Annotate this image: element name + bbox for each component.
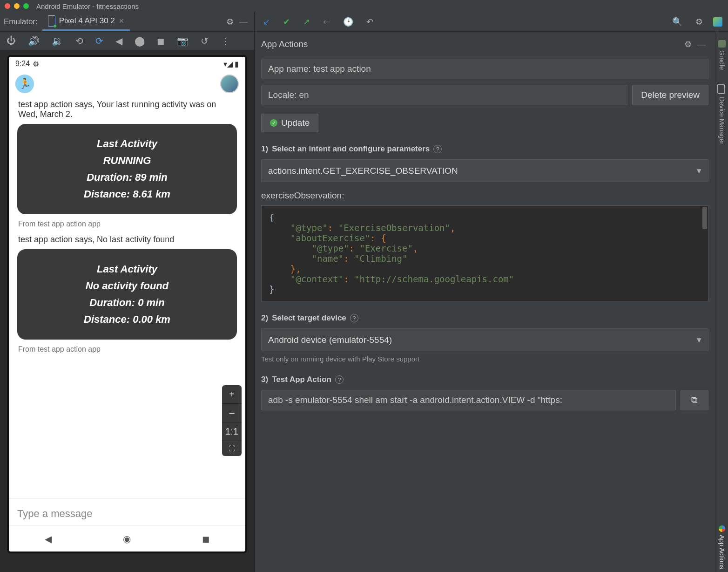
assistant-icon xyxy=(719,525,725,532)
avatar[interactable] xyxy=(220,75,239,93)
device-screen[interactable]: 9:24 ⚙ ▾◢ ▮ 🏃 test app action says, Your… xyxy=(7,55,247,553)
status-time: 9:24 xyxy=(15,60,30,68)
wifi-icon: ▾◢ xyxy=(223,60,233,68)
device-select[interactable]: Android device (emulator-5554) ▾ xyxy=(261,328,708,351)
close-window-button[interactable] xyxy=(5,3,10,9)
activity-card-1[interactable]: Last Activity RUNNING Duration: 89 min D… xyxy=(17,124,237,214)
message-input[interactable]: Type a message xyxy=(9,498,245,525)
minimize-icon[interactable]: — xyxy=(236,15,250,28)
adb-command-field[interactable]: adb -s emulator-5554 shell am start -a a… xyxy=(261,390,676,410)
scrollbar-thumb[interactable] xyxy=(702,207,707,229)
device-manager-tab-label: Device Manager xyxy=(718,97,726,144)
status-bar: 9:24 ⚙ ▾◢ ▮ xyxy=(9,57,245,71)
nav-home-icon[interactable]: ◉ xyxy=(123,533,131,545)
step3-prefix: 3) xyxy=(261,375,268,384)
app-name-field[interactable]: App name: test app action xyxy=(261,59,708,79)
check-circle-icon: ✓ xyxy=(270,119,277,127)
message-input-placeholder: Type a message xyxy=(17,508,92,519)
window-titlebar: Android Emulator - fitnessactions xyxy=(0,0,728,12)
help-icon[interactable]: ? xyxy=(433,145,442,153)
minimize-window-button[interactable] xyxy=(14,3,20,9)
gradle-tab-label: Gradle xyxy=(718,50,726,70)
app-actions-tab-label: App Actions xyxy=(718,535,726,569)
update-button[interactable]: ✓ Update xyxy=(261,114,318,132)
stop-icon[interactable]: ◼ xyxy=(154,34,168,48)
emulator-toolbar: ⏻ 🔊 🔉 ⟲ ⟳ ◀ ⬤ ◼ 📷 ↺ ⋮ xyxy=(0,32,254,50)
emulator-tab[interactable]: Pixel 4 API 30 2 ✕ xyxy=(42,13,130,31)
copy-button[interactable]: ⧉ xyxy=(681,390,708,410)
from-line-1: From test app action app xyxy=(18,220,236,228)
history-icon[interactable]: ↺ xyxy=(198,34,211,48)
step1-text: Select an intent and configure parameter… xyxy=(272,144,430,154)
gradle-tab[interactable]: Gradle xyxy=(718,37,726,73)
back-icon[interactable]: ◀ xyxy=(113,34,125,48)
card2-duration: Duration: 0 min xyxy=(22,297,232,309)
step2-prefix: 2) xyxy=(261,313,268,323)
card1-type: RUNNING xyxy=(22,155,232,167)
card2-title: Last Activity xyxy=(22,263,232,275)
device-manager-tab[interactable]: Device Manager xyxy=(718,83,726,147)
maximize-window-button[interactable] xyxy=(23,3,29,9)
volume-down-icon[interactable]: 🔉 xyxy=(49,34,66,48)
help-icon[interactable]: ? xyxy=(335,375,344,384)
step1-label: 1) Select an intent and configure parame… xyxy=(261,144,708,154)
traffic-lights xyxy=(5,3,29,9)
assistant-message-2: test app action says, No last activity f… xyxy=(18,235,236,245)
nav-recent-icon[interactable]: ◼ xyxy=(202,533,210,545)
close-tab-icon[interactable]: ✕ xyxy=(119,17,124,25)
step2-text: Select target device xyxy=(272,313,346,323)
assistant-message-1: test app action says, Your last running … xyxy=(18,100,236,119)
zoom-in-button[interactable]: + xyxy=(222,385,242,404)
side-tabs: Gradle Device Manager App Actions xyxy=(715,32,728,572)
search-icon[interactable]: 🔍 xyxy=(669,15,685,29)
gear-icon[interactable]: ⚙ xyxy=(693,15,706,29)
rotate-right-icon[interactable]: ⟳ xyxy=(93,34,106,48)
arrow-up-right-icon[interactable]: ↗ xyxy=(300,15,313,29)
intent-select[interactable]: actions.intent.GET_EXERCISE_OBSERVATION … xyxy=(261,159,708,182)
zoom-fit-button[interactable]: ⛶ xyxy=(222,441,242,456)
emulator-label: Emulator: xyxy=(4,17,38,27)
locale-field[interactable]: Locale: en xyxy=(261,85,627,105)
clock-icon[interactable]: 🕑 xyxy=(340,15,356,29)
activity-card-2[interactable]: Last Activity No activity found Duration… xyxy=(17,249,237,340)
android-navbar: ◀ ◉ ◼ xyxy=(9,525,245,552)
card2-type: No activity found xyxy=(22,280,232,292)
step3-text: Test App Action xyxy=(272,375,331,384)
rotate-left-icon[interactable]: ⟲ xyxy=(73,34,86,48)
app-actions-tab[interactable]: App Actions xyxy=(718,523,726,572)
device-selected-value: Android device (emulator-5554) xyxy=(268,335,392,345)
profile-image[interactable] xyxy=(713,17,722,27)
screenshot-icon[interactable]: 📷 xyxy=(174,34,191,48)
checkmark-icon[interactable]: ✔ xyxy=(280,15,293,29)
app-badge-icon: 🏃 xyxy=(15,75,34,93)
record-icon[interactable]: ⬤ xyxy=(132,34,148,48)
emulator-pane: Emulator: Pixel 4 API 30 2 ✕ ⚙ — ⏻ 🔊 🔉 ⟲… xyxy=(0,12,255,572)
delete-preview-button[interactable]: Delete preview xyxy=(632,85,708,105)
app-actions-panel: App Actions ⚙ — App name: test app actio… xyxy=(255,32,715,572)
gear-icon[interactable]: ⚙ xyxy=(223,15,236,29)
param-label: exerciseObservation: xyxy=(261,191,708,201)
volume-up-icon[interactable]: 🔊 xyxy=(25,34,42,48)
json-editor[interactable]: { "@type": "ExerciseObservation", "about… xyxy=(261,205,708,301)
panel-minimize-icon[interactable]: — xyxy=(694,38,708,51)
help-icon[interactable]: ? xyxy=(350,314,358,322)
arrow-down-left-icon[interactable]: ↙ xyxy=(260,15,273,29)
step3-label: 3) Test App Action ? xyxy=(261,375,708,384)
more-icon[interactable]: ⋮ xyxy=(218,34,233,48)
card2-distance: Distance: 0.00 km xyxy=(22,313,232,326)
battery-icon: ▮ xyxy=(235,60,239,68)
zoom-1to1-button[interactable]: 1:1 xyxy=(222,422,242,441)
emulator-tab-name: Pixel 4 API 30 2 xyxy=(59,16,115,26)
undo-icon[interactable]: ↶ xyxy=(364,15,376,29)
chevron-down-icon: ▾ xyxy=(697,334,701,345)
step2-label: 2) Select target device ? xyxy=(261,313,708,323)
zoom-out-button[interactable]: – xyxy=(222,404,242,422)
card1-duration: Duration: 89 min xyxy=(22,171,232,184)
merge-icon[interactable]: ⇠ xyxy=(320,15,333,29)
panel-gear-icon[interactable]: ⚙ xyxy=(681,37,694,51)
card1-distance: Distance: 8.61 km xyxy=(22,188,232,200)
power-icon[interactable]: ⏻ xyxy=(4,34,19,48)
update-button-label: Update xyxy=(281,118,310,128)
nav-back-icon[interactable]: ◀ xyxy=(45,533,52,545)
window-title: Android Emulator - fitnessactions xyxy=(36,2,139,10)
